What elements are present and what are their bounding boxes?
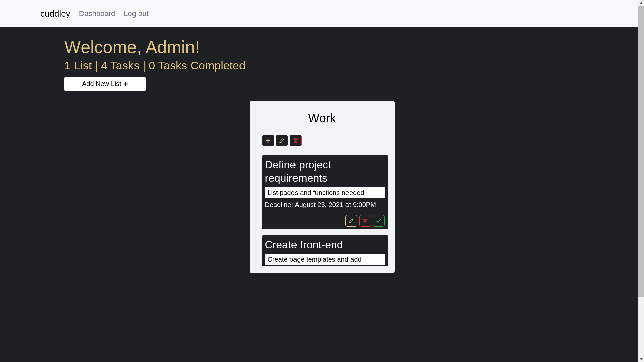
trash-icon	[293, 138, 298, 143]
welcome-title: Welcome, Admin!	[64, 37, 580, 57]
add-new-list-button[interactable]: Add New List	[64, 77, 146, 90]
list-actions	[256, 135, 388, 146]
main-content: Welcome, Admin! 1 List | 4 Tasks | 0 Tas…	[0, 27, 644, 282]
task-description: List pages and functions needed	[265, 187, 385, 198]
edit-list-button[interactable]	[276, 135, 288, 146]
navbar-brand[interactable]: cuddley	[40, 9, 70, 19]
add-list-label: Add New List	[82, 80, 121, 88]
delete-task-button[interactable]	[359, 215, 371, 227]
plus-icon	[266, 138, 270, 143]
list-card: Work Define project requirements List pa…	[250, 101, 395, 273]
delete-list-button[interactable]	[290, 135, 302, 146]
plus-icon	[123, 82, 128, 86]
edit-task-button[interactable]	[345, 215, 357, 227]
trash-icon	[363, 218, 367, 224]
task-card: Create front-end Create page templates a…	[262, 235, 388, 266]
edit-icon	[279, 138, 284, 143]
edit-icon	[348, 218, 354, 224]
task-title: Define project requirements	[265, 158, 385, 185]
task-title: Create front-end	[265, 238, 385, 251]
task-description: Create page templates and add	[265, 254, 385, 265]
scrollbar-thumb[interactable]	[638, 6, 644, 297]
complete-task-button[interactable]	[373, 215, 385, 227]
add-task-button[interactable]	[262, 135, 274, 146]
nav-logout[interactable]: Log out	[124, 9, 148, 18]
stats-line: 1 List | 4 Tasks | 0 Tasks Completed	[64, 59, 580, 72]
scrollbar-up-arrow[interactable]	[638, 0, 644, 6]
navbar: cuddley Dashboard Log out	[0, 0, 644, 27]
page-scrollbar[interactable]	[638, 0, 644, 362]
check-icon	[376, 219, 381, 223]
scrollbar-down-arrow[interactable]	[638, 356, 644, 362]
nav-dashboard[interactable]: Dashboard	[79, 9, 115, 18]
list-title: Work	[256, 111, 388, 125]
tasks-scroll-area[interactable]: Define project requirements List pages a…	[256, 155, 388, 266]
task-card: Define project requirements List pages a…	[262, 155, 388, 229]
task-actions	[265, 215, 385, 227]
task-deadline: Deadline: August 23, 2021 at 9:00PM	[265, 201, 385, 209]
